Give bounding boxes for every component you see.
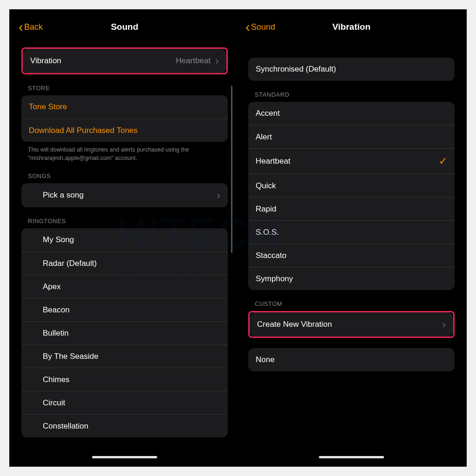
row-label: Symphony (256, 274, 447, 284)
section-header-standard: STANDARD (255, 91, 455, 98)
row-none[interactable]: None (248, 348, 455, 371)
section-header-store: STORE (28, 85, 228, 92)
scroll-area-left[interactable]: Vibration Heartbeat › STORE Tone Store D… (15, 39, 234, 461)
row-ringtone[interactable]: Chimes (21, 368, 228, 391)
group-sync: Synchronised (Default) (248, 58, 455, 81)
row-download-all[interactable]: Download All Purchased Tones (21, 119, 228, 142)
chevron-left-icon: ‹ (245, 20, 250, 34)
back-button[interactable]: ‹ Sound (245, 20, 275, 34)
highlight-vibration-row: Vibration Heartbeat › (21, 47, 228, 74)
back-label: Sound (251, 22, 275, 32)
navbar-left: ‹ Back Sound (15, 15, 234, 39)
row-label: Beacon (43, 305, 220, 315)
row-ringtone[interactable]: My Song (21, 228, 228, 251)
row-ringtone[interactable]: By The Seaside (21, 344, 228, 368)
row-label: Rapid (256, 205, 447, 214)
navbar-right: ‹ Sound Vibration (242, 15, 461, 39)
row-label: My Song (43, 235, 220, 245)
chevron-right-icon: › (442, 319, 446, 330)
home-indicator[interactable] (92, 456, 157, 458)
row-vibration-option[interactable]: Heartbeat✓ (248, 148, 455, 174)
row-label: Synchronised (Default) (256, 65, 447, 74)
row-label: Apex (43, 282, 220, 291)
row-label: Staccato (256, 251, 447, 260)
row-label: Radar (Default) (43, 259, 220, 268)
row-label: Chimes (43, 375, 220, 384)
group-store: Tone Store Download All Purchased Tones (21, 95, 228, 142)
row-create-new-vibration[interactable]: Create New Vibration › (250, 312, 453, 337)
row-vibration-option[interactable]: Quick (248, 174, 455, 197)
row-synchronised-default[interactable]: Synchronised (Default) (248, 58, 455, 81)
group-standard: AccentAlertHeartbeat✓QuickRapidS.O.S.Sta… (248, 102, 455, 290)
section-header-custom: CUSTOM (255, 300, 455, 307)
row-ringtone[interactable]: Apex (21, 275, 228, 298)
row-ringtone[interactable]: Constellation (21, 414, 228, 437)
row-label: Circuit (43, 398, 220, 408)
section-header-songs: SONGS (28, 172, 228, 179)
row-label: Accent (256, 109, 447, 118)
row-label: Vibration (30, 56, 176, 66)
row-label: Quick (256, 181, 447, 191)
row-value: Heartbeat (176, 56, 211, 66)
home-indicator[interactable] (319, 456, 384, 458)
chevron-left-icon: ‹ (19, 20, 23, 34)
row-label: Bulletin (43, 329, 220, 338)
back-button[interactable]: ‹ Back (19, 20, 43, 34)
row-ringtone[interactable]: Circuit (21, 391, 228, 414)
row-label: Constellation (43, 422, 220, 431)
row-ringtone[interactable]: Bulletin (21, 321, 228, 344)
row-vibration-option[interactable]: Symphony (248, 267, 455, 290)
row-vibration-option[interactable]: Staccato (248, 244, 455, 267)
phone-sound: ‹ Back Sound Vibration Heartbeat › STORE (15, 15, 234, 461)
group-none: None (248, 348, 455, 371)
section-header-ringtones: RINGTONES (28, 218, 228, 225)
row-vibration-option[interactable]: Alert (248, 125, 455, 148)
row-pick-a-song[interactable]: Pick a song › (21, 183, 228, 207)
row-label: Heartbeat (256, 157, 439, 166)
row-label: Alert (256, 132, 447, 142)
row-label: Tone Store (29, 102, 220, 112)
scroll-area-right[interactable]: Synchronised (Default) STANDARD AccentAl… (242, 39, 461, 461)
row-label: Pick a song (43, 191, 212, 200)
row-vibration-option[interactable]: Accent (248, 102, 455, 125)
checkmark-icon: ✓ (439, 155, 447, 167)
chevron-right-icon: › (217, 190, 220, 201)
row-label: Download All Purchased Tones (29, 126, 220, 135)
chevron-right-icon: › (215, 55, 219, 66)
row-label: S.O.S. (256, 228, 447, 237)
row-vibration[interactable]: Vibration Heartbeat › (23, 49, 226, 73)
row-tone-store[interactable]: Tone Store (21, 95, 228, 119)
row-vibration-option[interactable]: Rapid (248, 197, 455, 220)
highlight-create-new-vibration: Create New Vibration › (248, 311, 455, 338)
group-songs: Pick a song › (21, 183, 228, 207)
phone-vibration: ‹ Sound Vibration Synchronised (Default)… (242, 15, 461, 461)
row-vibration-option[interactable]: S.O.S. (248, 220, 455, 244)
group-ringtones: My SongRadar (Default)ApexBeaconBulletin… (21, 228, 228, 437)
page-title: Sound (15, 22, 234, 32)
back-label: Back (24, 22, 43, 32)
group-footer-store: This will download all ringtones and ale… (21, 142, 228, 162)
row-label: By The Seaside (43, 352, 220, 361)
row-ringtone[interactable]: Beacon (21, 298, 228, 321)
row-ringtone[interactable]: Radar (Default) (21, 251, 228, 275)
row-label: Create New Vibration (257, 320, 437, 329)
row-label: None (256, 355, 447, 364)
scrollbar[interactable] (231, 86, 232, 253)
